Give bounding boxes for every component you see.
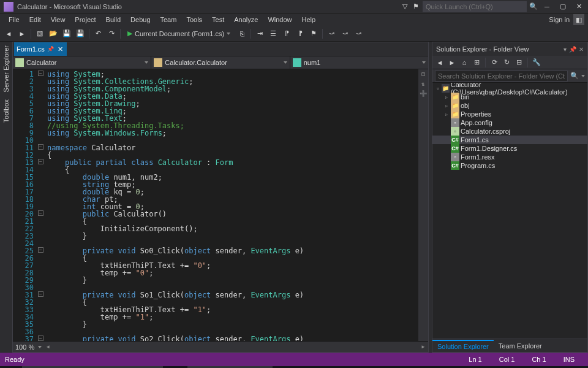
menu-debug[interactable]: Debug [126, 15, 155, 25]
step-button[interactable]: ⤻ [325, 28, 337, 40]
expand-icon[interactable] [443, 163, 450, 169]
find-button[interactable]: ⇥ [254, 28, 266, 40]
notifications-icon[interactable]: ⚑ [412, 2, 420, 11]
filter-icon[interactable]: ▽ [401, 2, 409, 11]
tree-item[interactable]: C#Form1.Designer.cs [432, 144, 587, 153]
tree-item[interactable]: ▹📁obj [432, 101, 587, 110]
split-icon[interactable]: ⊟ [421, 71, 425, 78]
expand-icon[interactable] [443, 128, 450, 134]
chevron-down-icon[interactable] [38, 346, 42, 348]
tab-team-explorer[interactable]: Team Explorer [494, 340, 547, 351]
tree-item[interactable]: ▹📁Properties [432, 110, 587, 118]
search-icon[interactable]: 🔍 [568, 72, 581, 80]
fold-toggle[interactable]: − [38, 247, 43, 253]
tree-item[interactable]: C#Form1.cs [432, 136, 587, 144]
sln-folder-view-button[interactable]: ⊞ [472, 58, 481, 67]
code-editor[interactable]: 1234567891011121314151617181920212223242… [13, 69, 428, 341]
swap-icon[interactable]: ⇅ [421, 80, 425, 88]
fold-toggle[interactable]: − [38, 71, 43, 76]
undo-button[interactable]: ↶ [92, 28, 104, 40]
window-menu-icon[interactable]: ▾ [564, 46, 567, 53]
redo-button[interactable]: ↷ [105, 28, 118, 40]
menu-analyze[interactable]: Analyze [229, 15, 263, 25]
save-all-button[interactable]: 💾 [74, 28, 86, 40]
maximize-button[interactable]: ▢ [556, 2, 570, 12]
menu-view[interactable]: View [46, 15, 70, 25]
close-tab-icon[interactable]: ✕ [56, 45, 64, 53]
tab-solution-explorer[interactable]: Solution Explorer [432, 340, 494, 352]
nav-back-button[interactable]: ◄ [2, 28, 15, 40]
scroll-left-icon[interactable]: ◄ [45, 344, 50, 350]
zoom-level[interactable]: 100 % [15, 343, 34, 351]
home-button[interactable]: ⌂ [459, 58, 469, 67]
tree-item[interactable]: ▫Calculator.csproj [432, 127, 587, 136]
fold-toggle[interactable]: − [38, 335, 43, 341]
minimize-button[interactable]: ─ [540, 2, 554, 12]
code-content[interactable]: using System;using System.Collections.Ge… [45, 69, 418, 341]
expand-icon[interactable]: ▹ [443, 94, 450, 100]
menu-build[interactable]: Build [101, 15, 126, 25]
pin-icon[interactable]: 📌 [47, 46, 54, 52]
menu-file[interactable]: File [4, 15, 24, 25]
attach-button[interactable]: ⎘ [236, 28, 248, 40]
menu-project[interactable]: Project [70, 15, 100, 25]
expand-icon[interactable] [443, 154, 450, 160]
nav-fwd-button[interactable]: ► [16, 28, 28, 40]
tree-item[interactable]: ▫Form1.resx [432, 153, 587, 161]
expand-icon[interactable]: ▿ [435, 85, 440, 91]
close-pane-icon[interactable]: ✕ [579, 46, 584, 53]
tree-item[interactable]: ▿📁Calculator (C:\Users\qbap\Desktop\C#\C… [432, 84, 587, 93]
solution-search-input[interactable] [435, 71, 568, 82]
scroll-right-icon[interactable]: ► [421, 344, 426, 350]
new-project-button[interactable]: ▧ [34, 28, 46, 40]
user-badge-icon[interactable]: ◧ [573, 14, 584, 25]
fold-toggle[interactable]: − [38, 159, 43, 164]
config-button[interactable]: ☰ [267, 28, 279, 40]
quick-launch-search-icon[interactable]: 🔍 [529, 2, 538, 11]
collapse-button[interactable]: ⊟ [514, 58, 524, 67]
step-button[interactable]: ⤻ [339, 28, 351, 40]
server-explorer-tab[interactable]: Server Explorer [1, 42, 11, 96]
expand-icon[interactable] [443, 137, 450, 143]
menu-test[interactable]: Test [207, 15, 229, 25]
doc-tab-form1[interactable]: Form1.cs 📌 ✕ [14, 42, 67, 56]
step-button[interactable]: ⤻ [352, 28, 364, 40]
fold-toggle[interactable]: − [38, 210, 43, 216]
comment-button[interactable]: ⁋ [281, 28, 293, 40]
menu-tools[interactable]: Tools [181, 15, 207, 25]
tree-item[interactable]: ▫App.config [432, 118, 587, 127]
bookmark-button[interactable]: ⚑ [307, 28, 320, 40]
nav-project[interactable]: Calculator [13, 56, 151, 69]
fold-toggle[interactable]: − [38, 144, 43, 150]
menu-team[interactable]: Team [156, 15, 182, 25]
refresh-button[interactable]: ↻ [502, 58, 511, 67]
expand-icon[interactable]: ▹ [443, 102, 450, 109]
solution-tree[interactable]: ▿📁Calculator (C:\Users\qbap\Desktop\C#\C… [432, 83, 587, 339]
chevron-down-icon[interactable] [581, 75, 585, 77]
autohide-icon[interactable]: 📌 [569, 46, 576, 53]
menu-edit[interactable]: Edit [24, 15, 46, 25]
solution-explorer: Solution Explorer - Folder View ▾ 📌 ✕ ◄ … [432, 42, 588, 353]
fold-toggle[interactable]: − [38, 291, 43, 297]
start-debug-button[interactable]: ▶ Current Document (Form1.cs) [123, 28, 235, 40]
tree-item[interactable]: C#Program.cs [432, 161, 587, 170]
properties-button[interactable]: 🔧 [532, 58, 541, 67]
menu-help[interactable]: Help [297, 15, 321, 25]
back-button[interactable]: ◄ [435, 58, 445, 67]
save-button[interactable]: 💾 [61, 28, 73, 40]
expand-icon[interactable] [443, 145, 450, 151]
menu-window[interactable]: Window [263, 15, 296, 25]
sign-in-link[interactable]: Sign in [544, 15, 573, 25]
open-file-button[interactable]: 📂 [47, 28, 59, 40]
nav-class[interactable]: Calculator.Calculator [151, 56, 290, 69]
expand-icon[interactable] [443, 120, 450, 126]
toolbox-tab[interactable]: Toolbox [1, 96, 11, 126]
quick-launch-input[interactable] [423, 1, 527, 12]
expand-icon[interactable]: ▹ [443, 111, 450, 117]
plus-icon[interactable]: ➕ [420, 90, 427, 98]
uncomment-button[interactable]: ⁋ [294, 28, 306, 40]
close-button[interactable]: ✕ [572, 2, 586, 12]
fwd-button[interactable]: ► [447, 58, 457, 67]
nav-member[interactable]: num1 [290, 56, 428, 69]
sync-button[interactable]: ⟳ [489, 58, 499, 67]
